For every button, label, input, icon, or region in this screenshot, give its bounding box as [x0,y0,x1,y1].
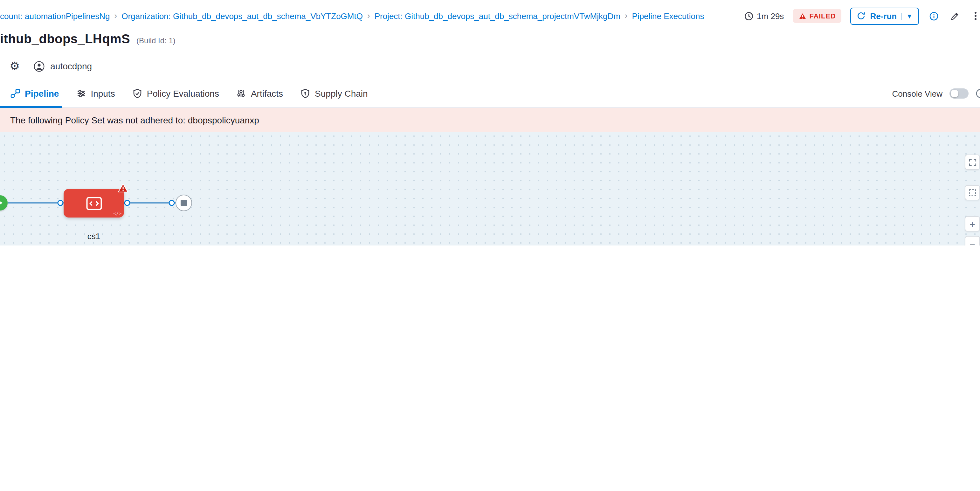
rerun-button[interactable]: Re-run ▼ [850,7,919,24]
marquee-icon [968,188,977,197]
tab-policy-evaluations[interactable]: Policy Evaluations [132,79,219,108]
tabbar-right: Console View [892,88,980,99]
select-region-button[interactable] [965,185,980,200]
pipeline-canvas[interactable]: </> cs1 + − [0,132,980,246]
fullscreen-button[interactable] [965,154,980,170]
stage-warning-icon [118,183,129,193]
stage-node-cs1[interactable]: </> [64,189,124,218]
pipeline-canvas-controls: + − [965,154,980,246]
console-view-toggle[interactable] [950,88,969,99]
execution-duration-value: 1m 29s [757,11,784,21]
breadcrumb-pipeline-executions[interactable]: Pipeline Executions [632,11,704,21]
tab-policy-evaluations-label: Policy Evaluations [147,88,219,99]
clock-icon [744,11,754,21]
page-title: ithub_dbops_LHqmS [0,32,130,46]
chevron-right-icon: › [114,11,117,20]
build-id: (Build Id: 1) [137,36,175,45]
zoom-out-button[interactable]: − [965,236,980,246]
tab-artifacts-label: Artifacts [251,88,283,99]
refresh-icon [857,11,865,21]
chevron-down-icon[interactable]: ▼ [901,13,913,19]
code-card-icon [84,195,103,211]
shield-icon [300,88,310,99]
user-icon [34,61,45,72]
breadcrumb-project[interactable]: Project: Github_db_devops_aut_db_schema_… [375,11,620,21]
breadcrumb-organization[interactable]: Organization: Github_db_devops_aut_db_sc… [121,11,363,21]
minus-icon: − [969,239,975,246]
fullscreen-icon [968,158,977,166]
status-badge: FAILED [793,9,842,23]
execution-duration: 1m 29s [744,11,784,21]
more-options-button[interactable] [970,10,980,22]
help-icon[interactable] [975,88,980,99]
kebab-menu-icon [971,11,980,21]
code-icon: </> [113,211,121,216]
tab-supply-chain[interactable]: Supply Chain [300,79,368,108]
chevron-right-icon: › [625,11,628,20]
trigger-user: autocdpng [50,61,92,71]
breadcrumb: count: automationPipelinesNg › Organizat… [0,11,733,21]
tab-pipeline-label: Pipeline [25,88,59,99]
inputs-icon [76,88,86,99]
rerun-button-label: Re-run [870,11,897,21]
plus-icon: + [969,219,975,229]
pipeline-end-node [175,195,192,211]
tab-pipeline[interactable]: Pipeline [10,79,59,108]
tab-artifacts[interactable]: Artifacts [236,79,283,108]
view-tabs: Pipeline Inputs Policy Evaluations Artif… [0,79,980,108]
toggle-knob [951,90,958,97]
topbar-actions: 1m 29s FAILED Re-run ▼ [744,7,975,24]
stop-icon [181,200,187,206]
play-icon [0,199,3,207]
policy-violation-banner-text: The following Policy Set was not adhered… [10,115,259,125]
tab-inputs[interactable]: Inputs [76,79,115,108]
zoom-in-button[interactable]: + [965,216,980,232]
pencil-icon [950,11,960,21]
info-button[interactable] [928,10,940,22]
shield-check-icon [132,88,142,99]
meta-bar: ⚙ autocdpng [0,53,980,79]
breadcrumb-account[interactable]: count: automationPipelinesNg [0,11,110,21]
policy-violation-banner: The following Policy Set was not adhered… [0,108,980,132]
tab-supply-chain-label: Supply Chain [315,88,368,99]
chevron-right-icon: › [367,11,370,20]
artifacts-icon [236,88,247,99]
console-view-label: Console View [892,89,942,98]
status-badge-label: FAILED [809,12,836,20]
stage-node-label: cs1 [64,230,124,243]
edit-button[interactable] [949,10,961,22]
app-window: count: automationPipelinesNg › Organizat… [0,0,980,246]
gear-icon[interactable]: ⚙ [10,60,20,72]
pipeline-connectors [0,132,980,246]
info-icon [929,11,939,21]
warning-icon [799,13,806,19]
tab-inputs-label: Inputs [91,88,115,99]
top-bar: count: automationPipelinesNg › Organizat… [0,0,980,32]
title-bar: ithub_dbops_LHqmS (Build Id: 1) [0,32,980,53]
pipeline-icon [10,88,20,99]
